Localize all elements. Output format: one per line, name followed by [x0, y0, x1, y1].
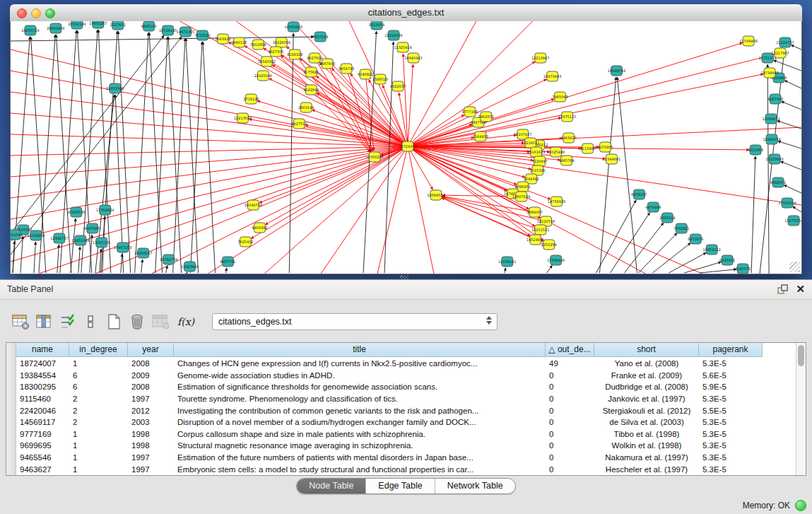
graph-node[interactable]: 9857791 [220, 257, 235, 267]
graph-node[interactable]: 9495764 [559, 156, 575, 165]
table-row[interactable]: 969969511998Structural magnetic resonanc… [16, 440, 796, 452]
graph-node[interactable]: 2803144 [298, 103, 314, 112]
graph-node[interactable]: 12975115 [558, 112, 576, 122]
graph-node[interactable]: 9466160 [141, 21, 157, 31]
graph-node[interactable]: 16782759 [160, 255, 177, 264]
tab-edge-table[interactable]: Edge Table [365, 479, 434, 493]
graph-node[interactable]: 8813054 [369, 21, 384, 30]
column-header-in_degree[interactable]: in_degree [69, 343, 128, 357]
graph-node[interactable]: 9777169 [462, 107, 478, 117]
graph-node[interactable]: 16640945 [404, 53, 422, 63]
graph-node[interactable]: 11675534 [784, 216, 801, 226]
resize-grip-icon[interactable] [789, 262, 800, 272]
graph-node[interactable]: 9227343 [767, 94, 783, 104]
graph-node[interactable]: 12444154 [763, 134, 780, 144]
graph-node[interactable]: 2935114 [659, 213, 675, 223]
graph-node[interactable]: 9827505 [268, 47, 283, 57]
tab-node-table[interactable]: Node Table [297, 479, 365, 493]
graph-node[interactable]: 6879197 [631, 189, 647, 199]
new-table-button[interactable] [103, 312, 124, 332]
graph-node[interactable]: 9155465 [597, 142, 613, 152]
scrollbar-thumb[interactable] [798, 345, 804, 366]
graph-node[interactable]: 20531189 [68, 21, 86, 29]
graph-node[interactable]: 19384554 [427, 190, 445, 200]
graph-node[interactable]: 9115460 [579, 144, 595, 153]
graph-node[interactable]: 11124727 [776, 37, 794, 47]
graph-node[interactable]: 7462672 [478, 112, 494, 122]
graph-node[interactable]: 14671355 [177, 27, 194, 37]
graph-node[interactable]: 11156869 [27, 230, 45, 240]
graph-node[interactable]: 24055724 [21, 25, 39, 35]
graph-node[interactable]: 9146821 [358, 69, 373, 79]
graph-node[interactable]: 14136141 [498, 257, 516, 267]
graph-node[interactable]: 11544691 [603, 154, 620, 164]
select-rows-button[interactable] [57, 312, 78, 332]
table-row[interactable]: 946554611997Estimation of the future num… [16, 452, 796, 464]
column-header-pagerank[interactable]: pagerank [699, 343, 763, 357]
graph-node[interactable]: 7632621 [673, 223, 689, 233]
table-row[interactable]: 1456911722003Disruption of a novel membe… [16, 416, 796, 428]
table-row[interactable]: 977716911998Corpus callosum shape and si… [16, 428, 796, 440]
graph-node[interactable]: 12213967 [531, 53, 549, 63]
graph-node[interactable]: 17359924 [96, 205, 114, 215]
graph-node[interactable]: 1588520 [372, 74, 388, 84]
splitter-handle[interactable] [400, 275, 408, 279]
graph-node[interactable]: 7485063 [553, 92, 568, 102]
graph-node[interactable]: 11548408 [739, 36, 757, 46]
graph-node[interactable]: 9242844 [303, 85, 319, 95]
graph-node[interactable]: 10719135 [159, 25, 177, 35]
column-header-name[interactable]: name [16, 343, 69, 357]
graph-node[interactable]: 19756928 [548, 197, 565, 206]
graph-node[interactable]: 8454743 [339, 64, 354, 74]
delete-table-button[interactable] [126, 312, 148, 332]
graph-node[interactable]: 19218586 [384, 30, 402, 40]
column-header-short[interactable]: short [594, 343, 699, 357]
graph-node[interactable]: 11325419 [394, 42, 411, 52]
table-row[interactable]: 1830029562008Estimation of significance … [16, 381, 796, 393]
graph-node[interactable]: 13505135 [93, 238, 110, 247]
graph-node[interactable]: 8322037 [390, 81, 406, 91]
table-row[interactable]: 946362711997Embryonic stem cells: a mode… [16, 463, 796, 475]
table-row[interactable]: 1872400712008Changes of HCN gene express… [16, 358, 796, 370]
graph-node[interactable]: 10973493 [543, 71, 561, 81]
graph-node[interactable]: 8471676 [688, 234, 703, 244]
graph-node[interactable]: 9245652 [719, 255, 735, 265]
graph-node[interactable]: 8427512 [291, 119, 307, 129]
graph-node[interactable]: 9463627 [560, 133, 576, 143]
graph-node[interactable]: 9884067 [527, 207, 543, 217]
graph-node[interactable]: 9474444 [645, 202, 661, 212]
graph-node[interactable]: 5912954 [250, 40, 266, 49]
graph-node[interactable]: 16033809 [285, 22, 302, 32]
graph-node[interactable]: 1527602 [110, 21, 126, 30]
table-row[interactable]: 911546021997Tourette syndrome. Phenomeno… [16, 393, 796, 405]
graph-node[interactable]: 7220497 [532, 156, 548, 166]
graph-node[interactable]: 12213589 [234, 113, 252, 123]
tab-network-table[interactable]: Network Table [435, 479, 515, 493]
graph-node[interactable]: 7857224 [312, 32, 328, 42]
graph-node[interactable]: 2867608 [319, 59, 335, 69]
table-scrollbar[interactable] [796, 343, 806, 475]
graph-node[interactable]: 9215958 [748, 145, 763, 155]
float-panel-icon[interactable] [777, 284, 788, 295]
graph-node[interactable]: 7663822 [215, 34, 230, 44]
import-table-button[interactable] [150, 312, 171, 332]
window-titlebar[interactable]: citations_edges.txt [10, 4, 802, 22]
graph-node[interactable]: 16648784 [608, 66, 625, 76]
table-row[interactable]: 2242004622012Investigating the contribut… [16, 404, 796, 416]
graph-node[interactable]: 8245072 [735, 264, 751, 274]
graph-node[interactable]: 2718126 [243, 94, 259, 104]
graph-node[interactable]: 17334426 [547, 255, 565, 265]
graph-node[interactable]: 20206506 [67, 207, 85, 217]
graph-node[interactable]: 9252254 [541, 240, 557, 250]
graph-node[interactable]: 17016504 [778, 198, 796, 208]
table-row[interactable]: 1938455462009Genome-wide association stu… [16, 370, 796, 382]
graph-node[interactable]: 9175685 [303, 67, 319, 77]
show-column-button[interactable] [33, 312, 54, 332]
graph-node[interactable]: 8186328 [287, 49, 302, 59]
graph-node[interactable]: 9892971 [770, 177, 786, 187]
function-builder-button[interactable]: f(x) [175, 312, 196, 332]
graph-node[interactable]: 12923448 [181, 262, 199, 271]
table-source-select[interactable]: citations_edges.txt [212, 313, 498, 330]
graph-node[interactable]: 12342757 [50, 233, 68, 243]
graph-node[interactable]: 10655287 [89, 21, 107, 28]
